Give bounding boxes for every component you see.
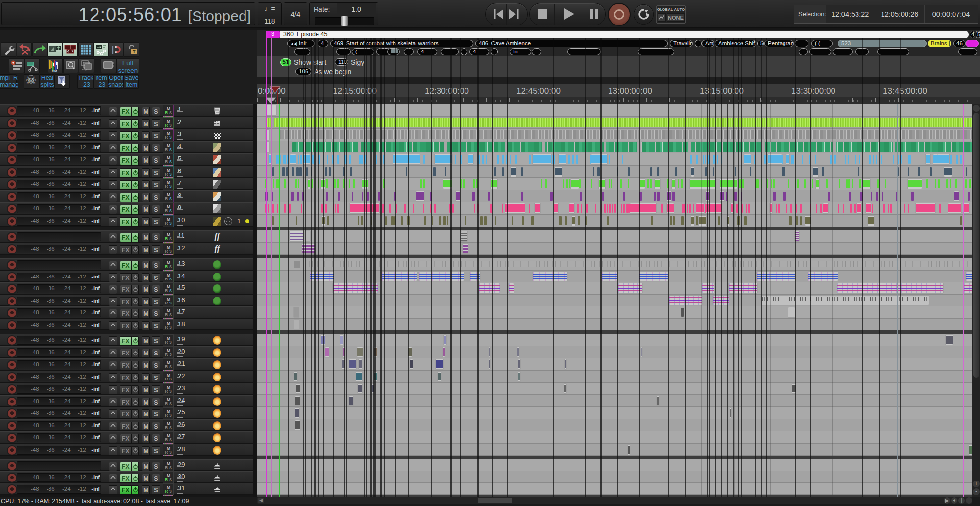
svg-text:HM: HM	[52, 69, 57, 73]
svg-text:T: T	[133, 49, 136, 54]
